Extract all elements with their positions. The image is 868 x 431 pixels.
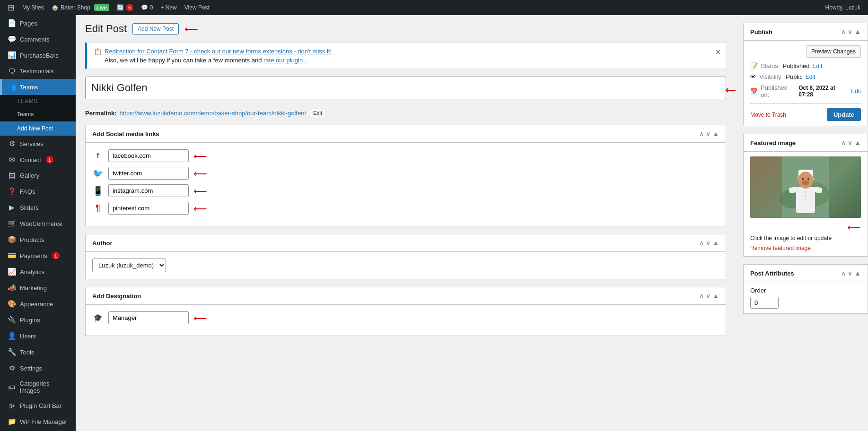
arrow-designation: ⟵ [193, 313, 207, 323]
designation-title: Add Designation [92, 293, 141, 300]
sidebar-item-analytics[interactable]: 📈 Analytics [0, 264, 76, 280]
status-edit-link[interactable]: Edit [813, 63, 823, 69]
notice-link[interactable]: Redirection for Contact Form 7 - check o… [105, 48, 332, 55]
move-to-trash-link[interactable]: Move to Trash [750, 112, 786, 118]
sidebar-item-products[interactable]: 📦 Products [0, 232, 76, 248]
publish-toggle-btn[interactable]: ▲ [854, 28, 861, 35]
sidebar-item-appearance[interactable]: 🎨 Appearance [0, 296, 76, 312]
designation-toggle-btn[interactable]: ▲ [712, 292, 719, 300]
rate-plugin-link[interactable]: rate our plugin [263, 57, 303, 64]
permalink-url[interactable]: https://www.luzukdemo.com/demo/baker-sho… [119, 110, 306, 117]
featured-collapse-btn[interactable]: ∧ [841, 139, 846, 147]
author-collapse-btn[interactable]: ∧ [699, 239, 704, 247]
pinterest-input[interactable] [108, 202, 189, 215]
social-media-toggle-btn[interactable]: ▲ [712, 130, 719, 138]
publish-controls: ∧ ∨ ▲ [841, 28, 861, 35]
post-title-input[interactable] [85, 77, 726, 99]
facebook-field-row: f ⟵ [92, 149, 719, 162]
remove-featured-image-link[interactable]: Remove featured image [750, 245, 811, 251]
visibility-edit-link[interactable]: Edit [806, 74, 815, 80]
wp-file-manager-icon: 📁 [8, 417, 16, 426]
instagram-input[interactable] [108, 184, 189, 197]
sidebar-item-faqs[interactable]: ❓ FAQs [0, 183, 76, 199]
comments-icon: 💬 [141, 4, 148, 11]
comments-item[interactable]: 💬 0 [137, 0, 157, 15]
sidebar-submenu-add-new[interactable]: Add New Post [0, 121, 76, 136]
featured-image-hint: Click the image to edit or update [750, 235, 861, 241]
notice-close-button[interactable]: ✕ [715, 48, 721, 57]
status-value: Published [782, 62, 809, 69]
my-sites-item[interactable]: My Sites [18, 0, 48, 15]
facebook-input[interactable] [108, 149, 189, 162]
featured-expand-btn[interactable]: ∨ [848, 139, 852, 147]
author-select[interactable]: Luzuk (luzuk_demo) [92, 259, 166, 272]
sidebar-item-contact-label: Contact [20, 156, 41, 164]
sidebar-item-testimonials[interactable]: 🗨 Testimonials [0, 63, 76, 79]
publish-collapse-btn[interactable]: ∧ [841, 28, 846, 35]
howdy-item[interactable]: Howdy, Luzuk [822, 0, 864, 15]
sidebar-item-services[interactable]: ⚙ Services [0, 136, 76, 152]
home-icon: 🏠 [52, 4, 59, 11]
sidebar-item-comments[interactable]: 💬 Comments [0, 31, 76, 47]
twitter-input[interactable] [108, 167, 189, 180]
social-media-expand-btn[interactable]: ∨ [706, 130, 710, 138]
designation-collapse-btn[interactable]: ∧ [699, 292, 704, 300]
sidebar-item-teams[interactable]: 👥 Teams [0, 79, 76, 95]
sidebar-item-woocommerce-label: WooCommerce [20, 220, 62, 227]
updates-item[interactable]: 🔄 6 [113, 0, 137, 15]
sidebar-item-purchasebars[interactable]: 📊 PurchaseBars [0, 47, 76, 63]
social-media-metabox-header[interactable]: Add Social media links ∧ ∨ ▲ [86, 125, 726, 143]
sidebar-item-users[interactable]: 👤 Users [0, 328, 76, 344]
notice-text: Redirection for Contact Form 7 - check o… [105, 48, 332, 64]
sidebar-item-wp-file-manager[interactable]: 📁 WP File Manager [0, 414, 76, 430]
sidebar-item-plugins[interactable]: 🔌 Plugins [0, 312, 76, 328]
permalink-label: Permalink: [85, 110, 116, 117]
published-on-edit-link[interactable]: Edit [851, 88, 861, 95]
post-attr-expand-btn[interactable]: ∨ [848, 269, 852, 277]
sidebar-item-settings[interactable]: ⚙ Settings [0, 360, 76, 376]
featured-image-preview[interactable] [750, 156, 861, 218]
published-on-value: Oct 8, 2022 at 07:28 [798, 85, 848, 98]
sidebar-item-categories-images[interactable]: 🏷 Categories Images [0, 376, 76, 398]
author-toggle-btn[interactable]: ▲ [712, 239, 719, 247]
sidebar-item-sliders[interactable]: ▶ Sliders [0, 199, 76, 216]
gallery-icon: 🖼 [8, 172, 16, 180]
preview-changes-button[interactable]: Preview Changes [806, 45, 861, 58]
sidebar-item-woocommerce[interactable]: 🛒 WooCommerce [0, 216, 76, 232]
sidebar-item-contact[interactable]: ✉ Contact 1 [0, 152, 76, 168]
designation-expand-btn[interactable]: ∨ [706, 292, 710, 300]
post-attr-toggle-btn[interactable]: ▲ [854, 269, 861, 277]
wp-logo-item[interactable]: ⊞ [4, 0, 18, 15]
permalink-edit-button[interactable]: Edit [309, 109, 326, 117]
update-button[interactable]: Update [827, 108, 861, 121]
designation-input[interactable] [108, 311, 189, 324]
designation-controls: ∧ ∨ ▲ [699, 292, 719, 300]
categories-images-icon: 🏷 [8, 383, 16, 391]
add-new-post-button[interactable]: Add New Post [132, 23, 179, 34]
sidebar-submenu-teams-all[interactable]: Teams [0, 107, 76, 121]
published-on-label: Published on: [761, 84, 796, 98]
social-media-collapse-btn[interactable]: ∧ [699, 130, 704, 138]
author-expand-btn[interactable]: ∨ [706, 239, 710, 247]
sidebar-item-plugin-cart-bar[interactable]: 🛍 Plugin Cart Bar [0, 398, 76, 414]
designation-metabox-header[interactable]: Add Designation ∧ ∨ ▲ [86, 287, 726, 305]
sidebar-item-pages[interactable]: 📄 Pages [0, 15, 76, 31]
instagram-field-row: 📱 ⟵ [92, 184, 719, 197]
view-post-item[interactable]: View Post [181, 0, 213, 15]
featured-toggle-btn[interactable]: ▲ [854, 139, 861, 147]
facebook-icon: f [92, 152, 104, 160]
sidebar-item-payments[interactable]: 💳 Payments 1 [0, 248, 76, 264]
post-attr-collapse-btn[interactable]: ∧ [841, 269, 846, 277]
twitter-icon: 🐦 [92, 168, 104, 179]
author-metabox-header[interactable]: Author ∧ ∨ ▲ [86, 234, 726, 252]
sidebar-item-tools[interactable]: 🔧 Tools [0, 344, 76, 360]
woocommerce-icon: 🛒 [8, 219, 16, 228]
baker-shop-item[interactable]: 🏠 Baker Shop Live [48, 0, 113, 15]
my-sites-label: My Sites [22, 4, 44, 11]
publish-expand-btn[interactable]: ∨ [848, 28, 852, 35]
sidebar-item-marketing[interactable]: 📣 Marketing [0, 280, 76, 296]
sidebar-item-analytics-label: Analytics [20, 268, 44, 276]
sidebar-item-gallery[interactable]: 🖼 Gallery [0, 168, 76, 183]
new-item[interactable]: + New [157, 0, 180, 15]
order-input[interactable] [750, 297, 779, 309]
